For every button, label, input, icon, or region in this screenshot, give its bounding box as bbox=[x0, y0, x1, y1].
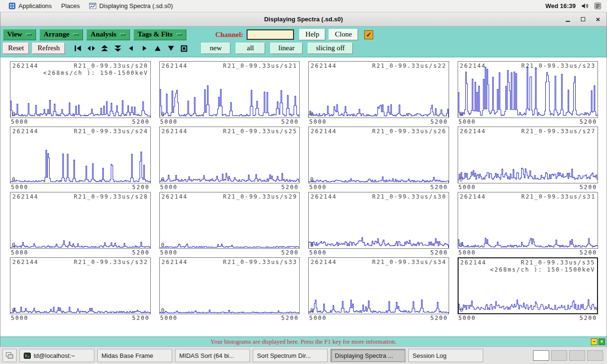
first-icon bbox=[74, 45, 83, 52]
plot-zero-label: 0 bbox=[161, 307, 165, 314]
refresh-button[interactable]: Refresh bbox=[32, 43, 65, 54]
nav-page-up-button[interactable] bbox=[99, 44, 110, 53]
minimize-button[interactable] bbox=[564, 16, 571, 23]
reset-button[interactable]: Reset bbox=[3, 43, 29, 54]
menu-arrange-button[interactable]: Arrange bbox=[39, 29, 83, 40]
axis-min-label: 5000 bbox=[309, 249, 327, 256]
status-close-button[interactable]: × bbox=[598, 338, 605, 345]
volume-icon[interactable] bbox=[581, 2, 589, 9]
channel-input[interactable] bbox=[247, 29, 294, 40]
places-menu[interactable]: Places bbox=[56, 0, 84, 12]
spectrum-plot-s20[interactable]: 262144R21_0-99.33us/s20<268ms/ch ): 150-… bbox=[10, 61, 151, 118]
spectrum-plot-s28[interactable]: 262144R21_0-99.33us/s280 bbox=[10, 192, 151, 249]
plot-counts-label: 262144 bbox=[162, 259, 188, 265]
spectrum-plot-s27[interactable]: 262144R21_0-99.33us/s270 bbox=[458, 127, 598, 183]
spectrum-plot-s33[interactable]: 262144R21_0-99.33us/s330 bbox=[159, 257, 300, 314]
nav-up-button[interactable] bbox=[152, 44, 164, 53]
nav-page-down-button[interactable] bbox=[112, 44, 124, 53]
notification-applet-icon[interactable] bbox=[594, 2, 601, 9]
taskbar-item-midas-base-frame[interactable]: Midas Base Frame bbox=[97, 349, 172, 362]
plot-title: R21_0-99.33us/s34 bbox=[372, 259, 447, 265]
show-desktop-button[interactable] bbox=[2, 349, 17, 362]
workspace-2[interactable] bbox=[551, 350, 567, 361]
spectrum-plot-s29[interactable]: 262144R21_0-99.33us/s290 bbox=[159, 192, 300, 249]
menu-label: Tags & Fits bbox=[138, 30, 173, 38]
plot-cell: 262144R21_0-99.33us/s32050005200 bbox=[10, 257, 151, 322]
spectrum-trace bbox=[458, 192, 598, 248]
taskbar-item-displaying-spectra[interactable]: Displaying Spectra ... bbox=[331, 349, 405, 362]
workspace-4[interactable] bbox=[587, 350, 603, 361]
plot-title: R21_0-99.33us/s27 bbox=[521, 128, 596, 135]
plot-counts-label: 262144 bbox=[460, 193, 486, 200]
menu-label: Arrange bbox=[44, 30, 69, 38]
spectrum-plot-s25[interactable]: 262144R21_0-99.33us/s250 bbox=[159, 127, 300, 183]
plot-axis-row: 50005200 bbox=[458, 314, 598, 322]
plot-zero-label: 0 bbox=[161, 111, 165, 118]
taskbar-item-td-localhost[interactable]: td@localhost:~ bbox=[19, 349, 94, 362]
spectrum-plot-s32[interactable]: 262144R21_0-99.33us/s320 bbox=[10, 257, 151, 314]
taskbar-item-midas-sort-64-bi[interactable]: MIDAS Sort (64 bi... bbox=[175, 349, 250, 362]
plot-counts-label: 262144 bbox=[162, 193, 188, 200]
nav-left-button[interactable] bbox=[125, 44, 137, 53]
axis-max-label: 5200 bbox=[281, 118, 299, 126]
nav-first-button[interactable] bbox=[72, 44, 84, 53]
toolbar-row-2: Reset Refresh newalllinearslicing off bbox=[3, 43, 604, 54]
taskbar-item-session-log[interactable]: Session Log bbox=[408, 349, 483, 362]
all-button[interactable]: all bbox=[236, 43, 265, 54]
plot-title: R21_0-99.33us/s23 bbox=[521, 63, 596, 69]
up-icon bbox=[153, 45, 162, 52]
spectrum-plot-s24[interactable]: 262144R21_0-99.33us/s240 bbox=[10, 127, 151, 183]
taskbar-item-label: td@localhost:~ bbox=[34, 352, 75, 359]
axis-max-label: 5200 bbox=[132, 315, 150, 322]
toolbar-checkbox[interactable]: ✓ bbox=[364, 30, 373, 39]
plot-zero-label: 0 bbox=[12, 111, 15, 118]
spectrum-trace bbox=[160, 192, 300, 248]
new-button[interactable]: new bbox=[201, 43, 230, 54]
plot-counts-label: 262144 bbox=[12, 193, 38, 200]
taskbar-item-sort-spectrum-dir[interactable]: Sort Spectrum Dir... bbox=[253, 349, 328, 362]
applications-menu[interactable]: Applications bbox=[4, 0, 56, 12]
minimize-icon bbox=[566, 21, 570, 22]
plot-axis-row: 50005200 bbox=[458, 183, 598, 191]
down-icon bbox=[166, 45, 175, 52]
spectrum-plot-s22[interactable]: 262144R21_0-99.33us/s220 bbox=[308, 61, 449, 118]
workspace-1[interactable] bbox=[533, 350, 549, 361]
linear-button[interactable]: linear bbox=[270, 43, 303, 54]
plot-zero-label: 0 bbox=[161, 242, 165, 248]
axis-min-label: 5000 bbox=[309, 315, 327, 322]
axis-max-label: 5200 bbox=[281, 315, 299, 322]
clone-button[interactable]: Clone bbox=[329, 29, 358, 40]
plot-zero-label: 0 bbox=[310, 307, 313, 314]
plot-zero-label: 0 bbox=[460, 176, 463, 183]
titlebar[interactable]: Displaying Spectra (.sd.s0) × bbox=[0, 12, 607, 27]
spectrum-plot-s30[interactable]: 262144R21_0-99.33us/s300 bbox=[308, 192, 449, 249]
spectrum-plot-s26[interactable]: 262144R21_0-99.33us/s260 bbox=[308, 127, 449, 183]
nav-stop-button[interactable] bbox=[178, 44, 190, 53]
spectrum-plot-s35[interactable]: 262144R21_0-99.33us/s35<268ms/ch ): 150-… bbox=[458, 257, 598, 314]
spectrum-plot-s34[interactable]: 262144R21_0-99.33us/s340 bbox=[308, 257, 449, 314]
spectrum-plot-s31[interactable]: 262144R21_0-99.33us/s310 bbox=[458, 192, 598, 249]
slicing-off-button[interactable]: slicing off bbox=[308, 43, 353, 54]
plot-counts-label: 262144 bbox=[460, 128, 486, 135]
left-icon bbox=[127, 45, 136, 52]
nav-expand-horizontal-button[interactable] bbox=[85, 44, 97, 53]
workspace-3[interactable] bbox=[569, 350, 585, 361]
spectrum-plot-s23[interactable]: 262144R21_0-99.33us/s230 bbox=[458, 61, 598, 118]
plot-cell: 262144R21_0-99.33us/s20<268ms/ch ): 150-… bbox=[10, 61, 151, 126]
help-button[interactable]: Help bbox=[299, 29, 325, 40]
plot-axis-row: 50005200 bbox=[308, 249, 449, 256]
nav-right-button[interactable] bbox=[138, 44, 150, 53]
page-up-icon bbox=[100, 45, 109, 52]
status-minimize-button[interactable]: − bbox=[591, 338, 598, 345]
nav-down-button[interactable] bbox=[165, 44, 177, 53]
plot-title: R21_0-99.33us/s26 bbox=[372, 128, 447, 135]
plot-zero-label: 0 bbox=[12, 307, 15, 314]
maximize-button[interactable] bbox=[579, 16, 587, 23]
close-button[interactable]: × bbox=[594, 16, 602, 23]
menu-analysis-button[interactable]: Analysis bbox=[86, 29, 130, 40]
panel-task-entry[interactable]: Displaying Spectra (.sd.s0) bbox=[84, 0, 177, 12]
menu-tags-fits-button[interactable]: Tags & Fits bbox=[133, 29, 186, 40]
menu-view-button[interactable]: View bbox=[3, 29, 36, 40]
spectrum-plot-s21[interactable]: 262144R21_0-99.33us/s210 bbox=[159, 61, 300, 118]
show-desktop-icon bbox=[6, 352, 13, 359]
